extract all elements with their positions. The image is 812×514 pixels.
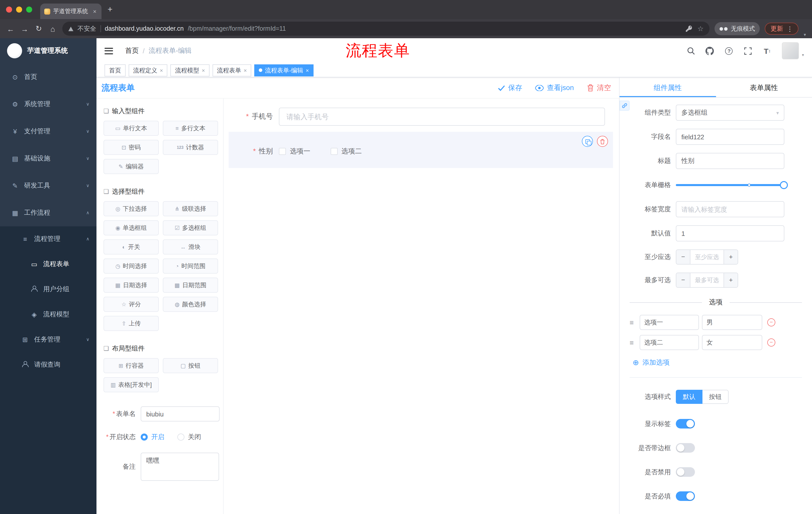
border-toggle[interactable] bbox=[676, 443, 695, 453]
font-size-icon[interactable]: T↕ bbox=[763, 46, 772, 55]
minimize-window-button[interactable] bbox=[16, 6, 22, 12]
checkbox-icon[interactable] bbox=[279, 148, 286, 155]
back-icon[interactable]: ← bbox=[6, 24, 15, 33]
palette-item-date-range[interactable]: ▩日期范围 bbox=[163, 278, 218, 293]
sidebar-item-home[interactable]: ⊙ 首页 bbox=[0, 63, 96, 90]
tag-process-model[interactable]: 流程模型 × bbox=[171, 64, 209, 76]
palette-item-time-picker[interactable]: ◷时间选择 bbox=[104, 259, 159, 274]
palette-item-rate[interactable]: ☆评分 bbox=[104, 297, 159, 312]
tab-close-icon[interactable]: × bbox=[92, 8, 97, 15]
palette-item-radio-group[interactable]: ◉单选框组 bbox=[104, 220, 159, 235]
plus-button[interactable]: + bbox=[724, 250, 737, 264]
remove-option-icon[interactable]: − bbox=[767, 318, 775, 326]
user-avatar[interactable] bbox=[782, 42, 799, 59]
remove-option-icon[interactable]: − bbox=[767, 339, 775, 347]
max-select-input[interactable]: 最多可选 bbox=[690, 273, 724, 287]
url-domain[interactable]: dashboard.yudao.iocoder.cn bbox=[105, 25, 184, 32]
breadcrumb-root[interactable]: 首页 bbox=[125, 46, 139, 55]
close-window-button[interactable] bbox=[6, 6, 12, 12]
sidebar-item-payment[interactable]: ¥ 支付管理 ∨ bbox=[0, 118, 96, 145]
security-label[interactable]: 不安全 bbox=[77, 24, 96, 33]
tag-process-form[interactable]: 流程表单 × bbox=[212, 64, 252, 76]
label-width-input[interactable] bbox=[676, 201, 784, 217]
radio-selected-icon[interactable] bbox=[141, 434, 148, 440]
fullscreen-icon[interactable] bbox=[744, 46, 753, 55]
palette-item-single-text[interactable]: ▭单行文本 bbox=[104, 121, 159, 136]
minus-button[interactable]: − bbox=[676, 250, 690, 264]
component-type-select[interactable]: 多选框组 ▾ bbox=[676, 105, 784, 121]
github-icon[interactable] bbox=[705, 46, 715, 55]
home-icon[interactable]: ⌂ bbox=[48, 24, 57, 33]
palette-item-multi-text[interactable]: ≡多行文本 bbox=[163, 121, 218, 136]
view-json-button[interactable]: 查看json bbox=[535, 83, 574, 92]
style-default-button[interactable]: 默认 bbox=[676, 390, 702, 404]
sidebar-item-workflow[interactable]: ▦ 工作流程 ∧ bbox=[0, 199, 96, 226]
forward-icon[interactable]: → bbox=[20, 24, 29, 33]
palette-item-slider[interactable]: ↔滑块 bbox=[163, 239, 218, 254]
palette-item-select[interactable]: ◎下拉选择 bbox=[104, 201, 159, 216]
disabled-toggle[interactable] bbox=[676, 467, 695, 477]
delete-field-button[interactable] bbox=[597, 136, 608, 147]
new-tab-button[interactable]: + bbox=[108, 4, 113, 15]
key-icon[interactable] bbox=[685, 25, 692, 32]
sidebar-item-process-mgmt[interactable]: ≡ 流程管理 ∧ bbox=[0, 226, 96, 251]
sidebar-item-process-form[interactable]: ▭ 流程表单 bbox=[0, 251, 96, 277]
browser-tab[interactable]: 芋道管理系统 × bbox=[40, 3, 102, 19]
search-icon[interactable] bbox=[686, 46, 695, 55]
palette-item-editor[interactable]: ✎编辑器 bbox=[104, 159, 159, 174]
palette-item-date-picker[interactable]: ▦日期选择 bbox=[104, 278, 159, 293]
min-select-input[interactable]: 至少应选 bbox=[690, 250, 724, 264]
palette-item-counter[interactable]: 123计数器 bbox=[163, 140, 218, 155]
grid-slider[interactable] bbox=[676, 177, 784, 193]
status-radio-off[interactable]: 关闭 bbox=[177, 433, 201, 441]
sidebar-item-task-mgmt[interactable]: ⊞ 任务管理 ∨ bbox=[0, 327, 96, 352]
update-label[interactable]: 更新 bbox=[771, 24, 783, 33]
checkbox-icon[interactable] bbox=[330, 148, 338, 155]
status-radio-on[interactable]: 开启 bbox=[141, 433, 164, 441]
tag-process-form-edit[interactable]: 流程表单-编辑 × bbox=[255, 64, 314, 76]
tag-process-definition[interactable]: 流程定义 × bbox=[128, 64, 168, 76]
gender-option-1[interactable]: 选项一 bbox=[279, 147, 310, 156]
palette-item-password[interactable]: ⊡密码 bbox=[104, 140, 159, 155]
close-icon[interactable]: × bbox=[244, 64, 247, 76]
palette-item-row-container[interactable]: ⊞行容器 bbox=[104, 358, 159, 373]
gender-option-2[interactable]: 选项二 bbox=[330, 147, 362, 156]
palette-item-time-range[interactable]: ◔时间范围 bbox=[163, 259, 218, 274]
option-1-value-input[interactable] bbox=[702, 315, 762, 330]
save-button[interactable]: 保存 bbox=[498, 83, 522, 92]
form-canvas[interactable]: * 手机号 bbox=[224, 99, 619, 514]
tag-home[interactable]: 首页 bbox=[105, 64, 126, 76]
sidebar-item-leave-query[interactable]: 请假查询 bbox=[0, 352, 96, 377]
add-option-button[interactable]: ⊕ 添加选项 bbox=[633, 358, 812, 367]
address-bar[interactable]: 不安全 dashboard.yudao.iocoder.cn/bpm/manag… bbox=[62, 22, 710, 36]
title-input[interactable] bbox=[676, 153, 784, 169]
form-name-input[interactable] bbox=[141, 406, 220, 422]
close-icon[interactable]: × bbox=[160, 64, 163, 76]
update-button[interactable]: 更新 ⋮ bbox=[765, 23, 799, 35]
field-name-input[interactable] bbox=[676, 129, 784, 145]
copy-field-button[interactable] bbox=[582, 136, 593, 147]
plus-button[interactable]: + bbox=[724, 273, 737, 287]
drag-handle-icon[interactable]: ≡ bbox=[630, 339, 637, 347]
palette-item-upload[interactable]: ⇧上传 bbox=[104, 316, 159, 331]
option-1-label-input[interactable] bbox=[640, 315, 699, 330]
palette-item-cascader[interactable]: ⋔级联选择 bbox=[163, 201, 218, 216]
palette-item-color-picker[interactable]: ◍颜色选择 bbox=[163, 297, 218, 312]
bookmark-star-icon[interactable]: ☆ bbox=[697, 25, 704, 33]
slider-handle[interactable] bbox=[780, 181, 788, 189]
palette-item-table[interactable]: ▥表格[开发中] bbox=[104, 377, 159, 392]
minus-button[interactable]: − bbox=[676, 273, 690, 287]
sidebar-item-infra[interactable]: ▤ 基础设施 ∨ bbox=[0, 145, 96, 172]
default-value-input[interactable] bbox=[676, 225, 784, 241]
close-icon[interactable]: × bbox=[202, 64, 205, 76]
palette-item-button[interactable]: ▢按钮 bbox=[163, 358, 218, 373]
sidebar-item-devtools[interactable]: ✎ 研发工具 ∨ bbox=[0, 172, 96, 199]
browser-menu-icon[interactable]: ⋮ bbox=[787, 25, 793, 32]
slider-track[interactable] bbox=[676, 184, 784, 186]
palette-item-checkbox-group[interactable]: ☑多选框组 bbox=[163, 220, 218, 235]
maximize-window-button[interactable] bbox=[26, 6, 32, 12]
url-path[interactable]: /bpm/manager/form/edit?formId=11 bbox=[188, 25, 286, 32]
avatar-caret-icon[interactable]: ▾ bbox=[802, 53, 804, 57]
close-icon[interactable]: × bbox=[306, 64, 309, 76]
sidebar-item-user-group[interactable]: 用户分组 bbox=[0, 277, 96, 302]
